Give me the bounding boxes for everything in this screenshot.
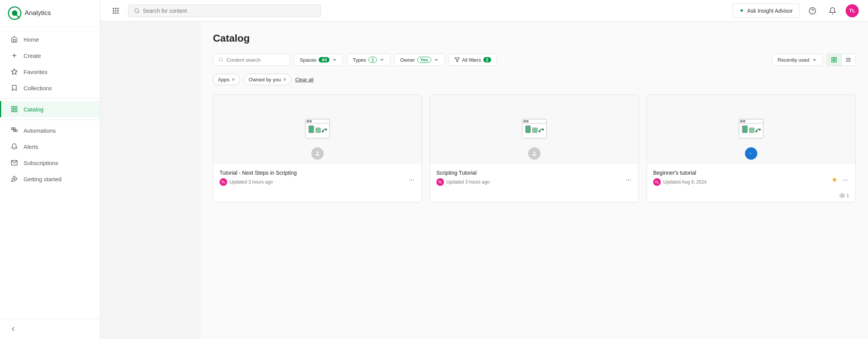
svg-line-30	[222, 61, 223, 61]
svg-rect-12	[14, 130, 15, 132]
topbar: ✦ Ask Insight Advisor TL	[100, 0, 868, 22]
svg-rect-16	[113, 8, 114, 9]
spaces-label: Spaces	[300, 57, 316, 63]
sidebar-item-getting-started-label: Getting started	[24, 176, 61, 182]
svg-point-46	[326, 129, 327, 130]
svg-rect-10	[12, 128, 14, 130]
sort-button[interactable]: Recently used	[772, 54, 823, 66]
spaces-filter[interactable]: Spaces All	[294, 54, 343, 66]
svg-rect-11	[14, 128, 15, 130]
app-thumbnail-icon-1	[304, 116, 331, 143]
notifications-icon	[829, 7, 836, 15]
svg-point-15	[14, 179, 15, 180]
sidebar-item-favorites[interactable]: Favorites	[0, 64, 100, 80]
content-search-input[interactable]	[226, 57, 284, 63]
sidebar-item-catalog[interactable]: Catalog	[0, 101, 100, 117]
owned-filter-remove[interactable]: ×	[283, 76, 286, 83]
active-filters: Apps × Owned by you × Clear all	[213, 74, 856, 85]
svg-point-41	[307, 120, 309, 122]
svg-marker-31	[455, 58, 459, 62]
notifications-button[interactable]	[826, 4, 839, 18]
svg-text:TL: TL	[750, 153, 752, 155]
sidebar-item-create[interactable]: Create	[0, 47, 100, 64]
apps-grid-button[interactable]	[110, 5, 122, 17]
sidebar-item-alerts[interactable]: Alerts	[0, 138, 100, 155]
user-avatar[interactable]: TL	[846, 4, 859, 17]
sidebar-item-collections-label: Collections	[24, 85, 52, 91]
owner-badge: You	[417, 57, 431, 63]
svg-rect-43	[309, 126, 314, 133]
app-icon-2	[520, 116, 548, 143]
insight-advisor-button[interactable]: ✦ Ask Insight Advisor	[733, 3, 799, 18]
sidebar-item-home[interactable]: Home	[0, 31, 100, 47]
card-more-button-3[interactable]: ···	[840, 174, 851, 185]
types-chevron-icon	[379, 57, 385, 62]
card-title-1: Tutorial - Next Steps in Scripting	[220, 170, 415, 176]
nav-divider-2	[0, 120, 100, 120]
app-card-1[interactable]: Tutorial - Next Steps in Scripting TL Up…	[213, 94, 422, 202]
sidebar-item-catalog-label: Catalog	[24, 106, 44, 113]
alerts-icon	[10, 143, 18, 150]
collapse-sidebar-button[interactable]	[9, 325, 91, 333]
content-search[interactable]	[213, 54, 290, 66]
home-icon	[10, 35, 18, 43]
card-footer-3: Beginner's tutorial TL Updated Aug 8, 20…	[647, 164, 855, 191]
svg-point-60	[743, 120, 745, 122]
app-card-2[interactable]: Scripting Tutorial TL Updated 3 hours ag…	[430, 94, 639, 202]
sidebar-item-subscriptions[interactable]: Subscriptions	[0, 155, 100, 171]
card-updated-3: Updated Aug 8, 2024	[663, 179, 707, 185]
types-label: Types	[353, 57, 366, 63]
svg-point-50	[524, 120, 526, 122]
owner-label: Owner	[400, 57, 415, 63]
all-filters-button[interactable]: All filters 2	[449, 54, 497, 66]
svg-point-63	[756, 131, 757, 132]
apps-filter-remove[interactable]: ×	[232, 76, 235, 83]
global-search[interactable]	[128, 5, 321, 17]
card-user-badge-2	[528, 147, 540, 160]
sort-chevron-icon	[812, 57, 817, 62]
grid-view-button[interactable]	[827, 54, 841, 66]
user-icon-1	[315, 151, 320, 156]
search-icon	[134, 8, 140, 14]
svg-rect-7	[15, 106, 17, 108]
card-more-button-2[interactable]: ···	[623, 174, 634, 185]
apps-filter-tag[interactable]: Apps ×	[213, 74, 240, 85]
clear-all-button[interactable]: Clear all	[295, 77, 314, 83]
star-icon	[10, 68, 18, 76]
sidebar-item-collections[interactable]: Collections	[0, 80, 100, 96]
search-input[interactable]	[143, 8, 315, 14]
card-more-button-1[interactable]: ···	[406, 174, 417, 185]
owned-by-you-filter-tag[interactable]: Owned by you ×	[244, 74, 291, 85]
qlik-logo: Analytics	[8, 6, 51, 20]
card-updated-1: Updated 3 hours ago	[230, 179, 273, 185]
automations-icon	[10, 126, 18, 134]
card-avatar-1: TL	[220, 178, 227, 186]
sidebar-item-favorites-label: Favorites	[24, 69, 47, 75]
svg-point-45	[322, 131, 324, 132]
plus-icon	[10, 52, 18, 59]
star-button-3[interactable]: ★	[831, 175, 838, 184]
svg-point-42	[310, 120, 312, 122]
card-avatar-2: TL	[436, 178, 444, 186]
nav-divider	[0, 98, 100, 99]
sidebar-nav: Home Create Favorites C	[0, 27, 100, 319]
app-thumbnail-icon-3	[737, 116, 765, 143]
app-card-3[interactable]: TL Beginner's tutorial TL Updated Aug 8,…	[647, 94, 856, 202]
card-meta-1: TL Updated 3 hours ago	[220, 178, 415, 186]
insight-advisor-icon: ✦	[739, 7, 744, 14]
types-filter[interactable]: Types 1	[347, 54, 390, 66]
sidebar-item-getting-started[interactable]: Getting started	[0, 171, 100, 187]
card-user-badge-1	[311, 147, 324, 160]
help-button[interactable]	[806, 4, 819, 18]
svg-rect-22	[113, 12, 114, 13]
sidebar-item-automations[interactable]: Automations	[0, 122, 100, 138]
apps-filter-label: Apps	[218, 77, 230, 83]
owner-filter[interactable]: Owner You	[394, 54, 444, 66]
sidebar: Analytics Home Create	[0, 0, 100, 339]
card-updated-2: Updated 3 hours ago	[446, 179, 490, 185]
list-view-button[interactable]	[841, 54, 855, 66]
card-views-3: 1	[647, 191, 855, 202]
svg-rect-61	[743, 126, 748, 133]
svg-point-64	[759, 129, 761, 130]
svg-rect-23	[115, 12, 116, 13]
